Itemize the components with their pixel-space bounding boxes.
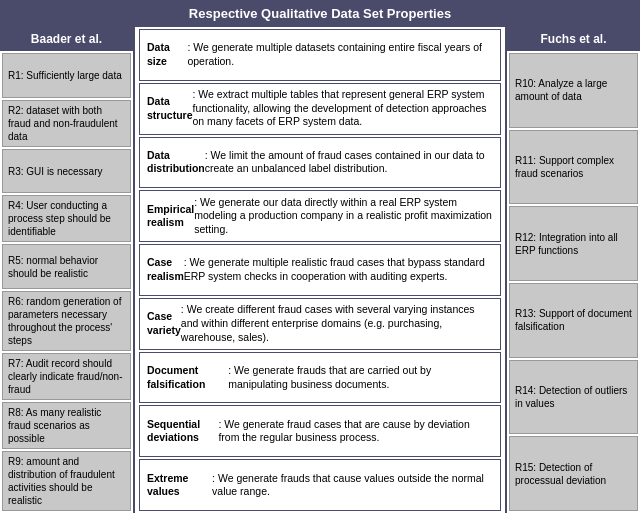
left-item-r1: R1: Sufficiently large data <box>2 53 131 98</box>
right-item-r10: R10: Analyze a large amount of data <box>509 53 638 128</box>
header-title: Respective Qualitative Data Set Properti… <box>189 6 451 21</box>
center-item-8: Extreme values: We generate frauds that … <box>139 459 501 511</box>
center-item-text-6: : We generate frauds that are carried ou… <box>228 364 493 391</box>
center-item-label-8: Extreme values <box>147 472 212 499</box>
left-author: Baader et al. <box>0 27 133 51</box>
center-item-label-7: Sequential deviations <box>147 418 218 445</box>
center-item-text-3: : We generate our data directly within a… <box>194 196 493 237</box>
center-item-6: Document falsification: We generate frau… <box>139 352 501 404</box>
center-item-label-4: Case realism <box>147 256 184 283</box>
center-item-label-1: Data structure <box>147 95 193 122</box>
page-header: Respective Qualitative Data Set Properti… <box>0 0 640 27</box>
left-item-r5: R5: normal behavior should be realistic <box>2 244 131 289</box>
center-item-5: Case variety: We create different fraud … <box>139 298 501 350</box>
left-column: Baader et al. R1: Sufficiently large dat… <box>0 27 135 513</box>
center-column: Data size: We generate multiple datasets… <box>135 27 505 513</box>
center-item-text-1: : We extract multiple tables that repres… <box>193 88 493 129</box>
center-item-text-5: : We create different fraud cases with s… <box>181 303 493 344</box>
right-items-list: R10: Analyze a large amount of dataR11: … <box>507 51 640 513</box>
left-item-r6: R6: random generation of parameters nece… <box>2 291 131 351</box>
right-item-r12: R12: Integration into all ERP functions <box>509 206 638 281</box>
left-item-r3: R3: GUI is necessary <box>2 149 131 194</box>
right-author: Fuchs et al. <box>507 27 640 51</box>
center-item-text-0: : We generate multiple datasets containi… <box>187 41 493 68</box>
left-item-r9: R9: amount and distribution of fraudulen… <box>2 451 131 511</box>
right-item-r13: R13: Support of document falsification <box>509 283 638 358</box>
center-item-1: Data structure: We extract multiple tabl… <box>139 83 501 135</box>
main-content: Baader et al. R1: Sufficiently large dat… <box>0 27 640 513</box>
center-item-label-5: Case variety <box>147 310 181 337</box>
center-item-label-3: Empirical realism <box>147 203 194 230</box>
center-item-label-2: Data distribution <box>147 149 205 176</box>
center-item-label-0: Data size <box>147 41 187 68</box>
center-item-4: Case realism: We generate multiple reali… <box>139 244 501 296</box>
page-wrapper: Respective Qualitative Data Set Properti… <box>0 0 640 513</box>
center-item-text-8: : We generate frauds that cause values o… <box>212 472 493 499</box>
center-item-0: Data size: We generate multiple datasets… <box>139 29 501 81</box>
left-items-list: R1: Sufficiently large dataR2: dataset w… <box>0 51 133 513</box>
right-item-r11: R11: Support complex fraud scenarios <box>509 130 638 205</box>
center-item-text-2: : We limit the amount of fraud cases con… <box>205 149 493 176</box>
center-item-3: Empirical realism: We generate our data … <box>139 190 501 242</box>
center-item-2: Data distribution: We limit the amount o… <box>139 137 501 189</box>
right-item-r14: R14: Detection of outliers in values <box>509 360 638 435</box>
left-item-r2: R2: dataset with both fraud and non-frau… <box>2 100 131 147</box>
center-item-text-7: : We generate fraud cases that are cause… <box>218 418 493 445</box>
right-item-r15: R15: Detection of processual deviation <box>509 436 638 511</box>
right-column: Fuchs et al. R10: Analyze a large amount… <box>505 27 640 513</box>
center-item-7: Sequential deviations: We generate fraud… <box>139 405 501 457</box>
left-item-r7: R7: Audit record should clearly indicate… <box>2 353 131 400</box>
center-item-label-6: Document falsification <box>147 364 228 391</box>
center-item-text-4: : We generate multiple realistic fraud c… <box>184 256 493 283</box>
left-item-r4: R4: User conducting a process step shoul… <box>2 195 131 242</box>
left-item-r8: R8: As many realistic fraud scenarios as… <box>2 402 131 449</box>
